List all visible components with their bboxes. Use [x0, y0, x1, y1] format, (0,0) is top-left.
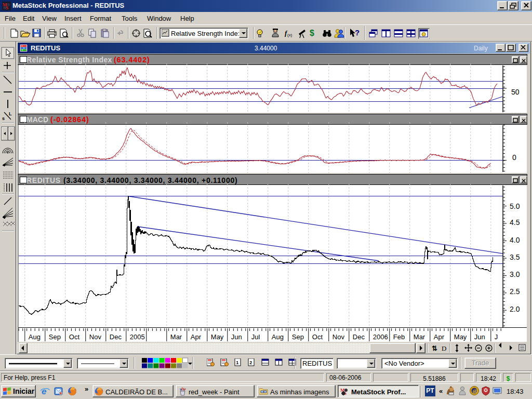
svg-text:@: @: [473, 388, 478, 394]
svg-text:Sep: Sep: [292, 333, 304, 341]
svg-text:2005: 2005: [130, 333, 145, 341]
svg-text:4.5: 4.5: [510, 218, 520, 227]
svg-text:2006: 2006: [373, 333, 388, 341]
svg-text:Sep: Sep: [49, 333, 61, 341]
svg-text:50: 50: [511, 88, 520, 96]
svg-text:Apr: Apr: [434, 333, 445, 341]
svg-text:Oct: Oct: [312, 333, 323, 341]
svg-text:May: May: [454, 333, 467, 341]
svg-text:2.0: 2.0: [510, 305, 520, 313]
svg-text:3.0: 3.0: [510, 270, 520, 278]
svg-text:2: 2: [249, 360, 252, 365]
svg-text:Dec: Dec: [110, 333, 122, 341]
svg-text:e: e: [42, 387, 46, 396]
svg-text:Oct: Oct: [69, 333, 80, 341]
svg-text:5.0: 5.0: [510, 202, 520, 210]
svg-text:4.0: 4.0: [510, 236, 520, 244]
svg-text:Feb: Feb: [393, 333, 405, 341]
svg-text:0: 0: [512, 153, 516, 162]
svg-text:Aug: Aug: [272, 333, 284, 341]
svg-text:1: 1: [236, 360, 238, 365]
svg-text:Aug: Aug: [29, 333, 41, 341]
svg-text:D: D: [442, 344, 446, 352]
svg-text:Jun: Jun: [474, 333, 485, 341]
svg-text:Jul: Jul: [251, 333, 260, 341]
svg-text:Apr: Apr: [191, 333, 202, 341]
svg-text:2.5: 2.5: [510, 287, 520, 296]
svg-text:Mar: Mar: [170, 333, 182, 341]
svg-text:May: May: [211, 333, 224, 341]
svg-text:Jun: Jun: [231, 333, 242, 341]
svg-text:Nov: Nov: [89, 333, 102, 341]
svg-text:Dec: Dec: [353, 333, 365, 341]
svg-text:⇅: ⇅: [432, 344, 437, 352]
svg-text:Mar: Mar: [414, 333, 425, 341]
svg-text:Nov: Nov: [332, 333, 345, 341]
svg-text:J: J: [495, 333, 498, 341]
svg-text:3.5: 3.5: [510, 253, 520, 261]
